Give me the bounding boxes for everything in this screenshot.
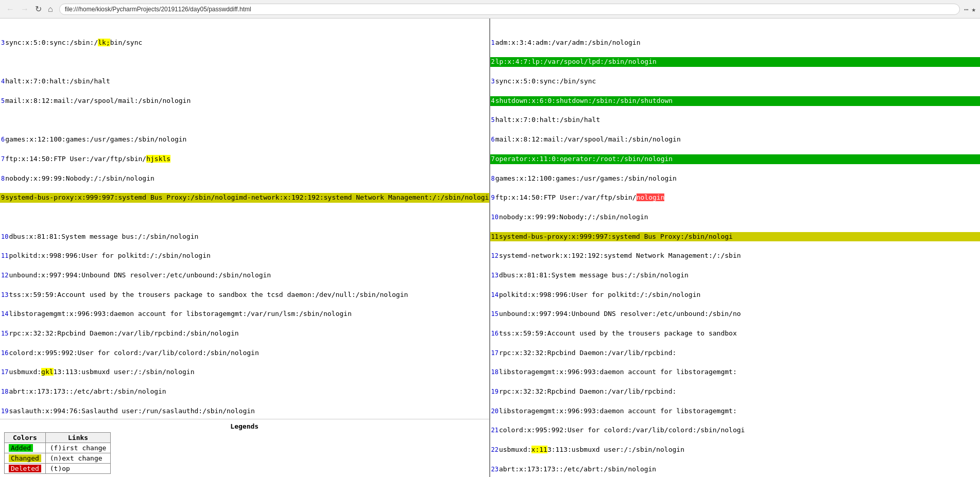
right-line-22: 22usbmuxd:x:113:113:usbmuxd user:/:/sbin… bbox=[490, 445, 981, 455]
right-line-9: 9ftp:x:14:50:FTP User:/var/ftp/sbin/nolo… bbox=[490, 193, 981, 203]
left-diff-content: 3sync:x:5:0:sync:/sbin:/lk;bin/sync 4hal… bbox=[0, 19, 489, 477]
nav-buttons: ← → ↻ ⌂ bbox=[4, 3, 55, 15]
right-line-6: 6mail:x:8:12:mail:/var/spool/mail:/sbin/… bbox=[490, 135, 981, 145]
left-line-9: 9systemd-bus-proxy:x:999:997:systemd Bus… bbox=[0, 193, 489, 203]
left-line-4: 4halt:x:7:0:halt:/sbin/halt bbox=[0, 77, 489, 86]
left-pane: 3sync:x:5:0:sync:/sbin:/lk;bin/sync 4hal… bbox=[0, 19, 490, 477]
reload-button[interactable]: ↻ bbox=[33, 3, 44, 15]
left-line-empty1 bbox=[0, 57, 489, 67]
right-line-10: 10nobody:x:99:99:Nobody:/:/sbin/nologin bbox=[490, 213, 981, 222]
top-link[interactable]: (t)op bbox=[45, 464, 111, 474]
left-line-14: 14libstoragemgmt:x:996:993:daemon accoun… bbox=[0, 309, 489, 319]
left-line-empty3 bbox=[0, 213, 489, 222]
left-line-6: 6games:x:12:100:games:/usr/games:/sbin/n… bbox=[0, 135, 489, 145]
colors-header: Colors bbox=[5, 433, 46, 443]
deleted-color-cell: Deleted bbox=[5, 464, 46, 474]
browser-chrome: ← → ↻ ⌂ ⋯ ★ bbox=[0, 0, 980, 19]
added-badge: Added bbox=[9, 444, 33, 452]
forward-button[interactable]: → bbox=[19, 4, 31, 15]
left-line-5: 5mail:x:8:12:mail:/var/spool/mail:/sbin/… bbox=[0, 96, 489, 106]
bookmark-icon[interactable]: ★ bbox=[972, 5, 976, 13]
right-line-13: 13dbus:x:81:81:System message bus:/:/sbi… bbox=[490, 271, 981, 280]
left-line-17: 17usbmuxd:gkl13:113:usbmuxd user:/:/sbin… bbox=[0, 367, 489, 377]
legend-deleted-row: Deleted (t)op bbox=[5, 464, 111, 474]
home-button[interactable]: ⌂ bbox=[46, 4, 55, 15]
right-line-18: 18libstoragemgmt:x:996:993:daemon accoun… bbox=[490, 367, 981, 377]
right-line-17: 17rpc:x:32:32:Rpcbind Daemon:/var/lib/rp… bbox=[490, 348, 981, 358]
right-line-2: 2lp:x:4:7:lp:/var/spool/lpd:/sbin/nologi… bbox=[490, 57, 981, 67]
legends-title: Legends bbox=[4, 422, 485, 430]
right-pane: 1adm:x:3:4:adm:/var/adm:/sbin/nologin 2l… bbox=[490, 19, 981, 477]
right-line-14: 14polkitd:x:998:996:User for polkitd:/:/… bbox=[490, 290, 981, 300]
back-button[interactable]: ← bbox=[4, 4, 16, 15]
left-line-12: 12unbound:x:997:994:Unbound DNS resolver… bbox=[0, 271, 489, 280]
right-line-8: 8games:x:12:100:games:/usr/games:/sbin/n… bbox=[490, 174, 981, 184]
right-line-20: 20libstoragemgmt:x:996:993:daemon accoun… bbox=[490, 407, 981, 416]
next-change-link[interactable]: (n)ext change bbox=[45, 453, 111, 464]
links-header: Links bbox=[45, 433, 111, 443]
right-line-16: 16tss:x:59:59:Account used by the trouse… bbox=[490, 329, 981, 339]
browser-actions: ⋯ ★ bbox=[964, 5, 976, 13]
changed-badge: Changed bbox=[9, 454, 41, 462]
right-line-21: 21colord:x:995:992:User for colord:/var/… bbox=[490, 426, 981, 435]
left-line-18: 18abrt:x:173:173::/etc/abrt:/sbin/nologi… bbox=[0, 387, 489, 397]
added-color-cell: Added bbox=[5, 443, 46, 453]
right-line-4: 4shutdown:x:6:0:shutdown:/sbin:/sbin/shu… bbox=[490, 96, 981, 106]
main-container: 3sync:x:5:0:sync:/sbin:/lk;bin/sync 4hal… bbox=[0, 19, 980, 477]
address-bar[interactable] bbox=[59, 4, 960, 15]
first-change-link[interactable]: (f)irst change bbox=[45, 443, 111, 453]
link-first-change[interactable]: (f)irst change bbox=[50, 444, 107, 452]
left-line-3: 3sync:x:5:0:sync:/sbin:/lk;bin/sync bbox=[0, 38, 489, 48]
left-line-19: 19saslauth:x:994:76:Saslauthd user:/run/… bbox=[0, 407, 489, 416]
right-line-1: 1adm:x:3:4:adm:/var/adm:/sbin/nologin bbox=[490, 38, 981, 48]
legends-table: Colors Links Added (f)irst change Change… bbox=[4, 432, 111, 474]
legends-container: Legends Colors Links Added (f)irst chang… bbox=[0, 419, 489, 477]
right-diff-content: 1adm:x:3:4:adm:/var/adm:/sbin/nologin 2l… bbox=[490, 19, 981, 477]
menu-dots-icon[interactable]: ⋯ bbox=[964, 5, 968, 13]
changed-color-cell: Changed bbox=[5, 453, 46, 464]
deleted-badge: Deleted bbox=[9, 465, 41, 472]
link-next-change[interactable]: (n)ext change bbox=[50, 454, 102, 462]
legend-changed-row: Changed (n)ext change bbox=[5, 453, 111, 464]
right-line-7: 7operator:x:11:0:operator:/root:/sbin/no… bbox=[490, 154, 981, 164]
link-top[interactable]: (t)op bbox=[50, 465, 70, 472]
left-line-15: 15rpc:x:32:32:Rpcbind Daemon:/var/lib/rp… bbox=[0, 329, 489, 339]
left-line-7: 7ftp:x:14:50:FTP User:/var/ftp/sbin/hjsk… bbox=[0, 154, 489, 164]
left-line-13: 13tss:x:59:59:Account used by the trouse… bbox=[0, 290, 489, 300]
right-line-11: 11systemd-bus-proxy:x:999:997:systemd Bu… bbox=[490, 232, 981, 242]
right-line-5: 5halt:x:7:0:halt:/sbin/halt bbox=[490, 115, 981, 125]
right-line-3: 3sync:x:5:0:sync:/bin/sync bbox=[490, 77, 981, 86]
right-line-19: 19rpc:x:32:32:Rpcbind Daemon:/var/lib/rp… bbox=[490, 387, 981, 397]
left-line-11: 11polkitd:x:998:996:User for polkitd:/:/… bbox=[0, 251, 489, 261]
right-line-12: 12systemd-network:x:192:192:systemd Netw… bbox=[490, 251, 981, 261]
right-line-23: 23abrt:x:173:173::/etc/abrt:/sbin/nologi… bbox=[490, 465, 981, 474]
legend-added-row: Added (f)irst change bbox=[5, 443, 111, 453]
left-line-empty2 bbox=[0, 115, 489, 125]
right-line-15: 15unbound:x:997:994:Unbound DNS resolver… bbox=[490, 309, 981, 319]
left-line-16: 16colord:x:995:992:User for colord:/var/… bbox=[0, 348, 489, 358]
left-line-10: 10dbus:x:81:81:System message bus:/:/sbi… bbox=[0, 232, 489, 242]
left-line-8: 8nobody:x:99:99:Nobody:/:/sbin/nologin bbox=[0, 174, 489, 184]
